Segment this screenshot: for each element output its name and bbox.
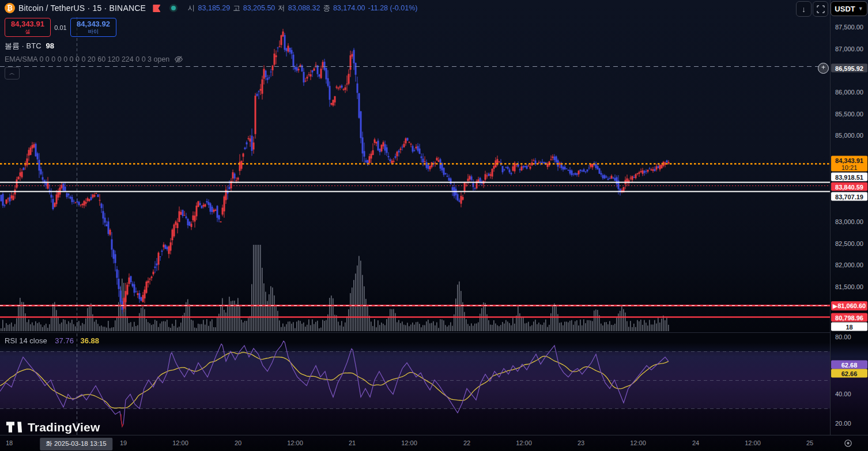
symbol-header: ₿ Bitcoin / TetherUS · 15 · BINANCE 시83,… [5, 2, 417, 14]
time-axis-tick: 21 [349, 439, 356, 446]
level-label-83840[interactable]: 83,840.59 [831, 183, 867, 191]
price-axis-tick: 82,500.00 [835, 240, 863, 247]
symbol-title[interactable]: Bitcoin / TetherUS · 15 · BINANCE [18, 3, 146, 13]
buy-button[interactable]: 84,343.92 바이 [70, 18, 116, 37]
rsi-ma-value-label[interactable]: 62.66 [831, 369, 867, 378]
alert-label-81060[interactable]: ▶81,060.60 [831, 301, 867, 310]
fullscreen-button[interactable] [813, 1, 828, 17]
price-axis-tick: 85,500.00 [835, 111, 863, 118]
market-status-icon[interactable] [169, 4, 178, 12]
time-axis-tick: 23 [578, 439, 584, 446]
fullscreen-icon [817, 5, 825, 13]
chevron-down-icon: ▼ [858, 6, 863, 12]
collapse-pane-button[interactable]: ︿ [5, 67, 20, 79]
crosshair-date-label: 화 2025-03-18 13:15 [40, 438, 112, 450]
trade-buttons: 84,343.91 셀 0.01 84,343.92 바이 [5, 18, 116, 37]
flag-icon[interactable] [152, 3, 161, 13]
rsi-ma-value: 36.88 [81, 336, 100, 345]
drawing-price-label[interactable]: 86,595.92 [831, 64, 867, 73]
tradingview-chart-window: { "header": { "symbol_title": "Bitcoin /… [0, 0, 868, 451]
spread-value: 0.01 [51, 24, 70, 31]
volume-scale-label[interactable]: 18 [831, 323, 867, 331]
price-axis-tick: 82,000.00 [835, 261, 863, 268]
pane-separator[interactable] [0, 332, 830, 333]
price-axis-tick: 81,500.00 [835, 283, 863, 290]
price-axis-tick: 85,000.00 [835, 132, 863, 139]
time-axis-tick: 12:00 [630, 439, 646, 446]
price-axis-tick: 80.00 [835, 333, 851, 340]
eye-off-icon[interactable] [174, 55, 183, 64]
sell-button[interactable]: 84,343.91 셀 [5, 18, 51, 37]
add-alert-plus-icon[interactable]: + [818, 63, 829, 74]
price-axis-tick: 20.00 [835, 420, 851, 427]
ema-sma-legend: EMA/SMA 0 0 0 0 0 0 0 0 20 60 120 224 0 … [5, 55, 183, 64]
price-axis-tick: 86,000.00 [835, 89, 863, 96]
time-axis-tick: 12:00 [745, 439, 761, 446]
ohlc-values: 시83,185.29 고83,205.50 저83,088.32 종83,174… [188, 3, 417, 13]
time-axis-tick: 12:00 [287, 439, 303, 446]
time-axis[interactable]: 화 2025-03-18 13:15 181912:002012:002112:… [0, 435, 868, 451]
price-axis-tick: 87,500.00 [835, 24, 863, 31]
time-axis-tick: 12:00 [516, 439, 532, 446]
timezone-settings-icon[interactable] [844, 439, 852, 450]
download-button[interactable]: ↓ [796, 1, 812, 17]
volume-legend: 볼륨 · BTC98 [5, 41, 54, 51]
time-axis-tick: 12:00 [401, 439, 417, 446]
time-axis-tick: 18 [6, 439, 13, 446]
price-axis-tick: 87,000.00 [835, 46, 863, 52]
rsi-value-label[interactable]: 62.68 [831, 361, 867, 369]
change-value: -11.28 (-0.01%) [368, 4, 418, 12]
volume-legend-value: 98 [46, 41, 54, 50]
level-label-83707[interactable]: 83,707.19 [831, 192, 867, 201]
current-price-label[interactable]: 84,343.9110:21 [831, 156, 867, 172]
time-axis-tick: 19 [120, 439, 127, 446]
time-axis-tick: 25 [806, 439, 813, 446]
time-axis-tick: 22 [463, 439, 470, 446]
currency-dropdown[interactable]: USDT▼ [831, 1, 867, 16]
tradingview-logo-icon [6, 420, 23, 435]
time-axis-tick: 24 [692, 439, 699, 446]
tradingview-watermark[interactable]: TradingView [6, 420, 100, 435]
alert-label-80798[interactable]: 80,798.96 [831, 313, 867, 322]
price-axis[interactable]: 87,500.0087,000.0086,000.0085,500.0085,0… [830, 0, 868, 435]
price-axis-tick: 40.00 [835, 391, 851, 397]
chart-canvas[interactable] [0, 0, 830, 435]
price-axis-tick: 83,000.00 [835, 218, 863, 225]
rsi-legend: RSI 14 close 37.76 36.88 [5, 336, 99, 345]
rsi-value: 37.76 [55, 336, 74, 345]
level-label-83918[interactable]: 83,918.51 [831, 173, 867, 181]
btc-logo-icon: ₿ [5, 3, 15, 13]
time-axis-tick: 20 [235, 439, 241, 446]
time-axis-tick: 12:00 [172, 439, 188, 446]
